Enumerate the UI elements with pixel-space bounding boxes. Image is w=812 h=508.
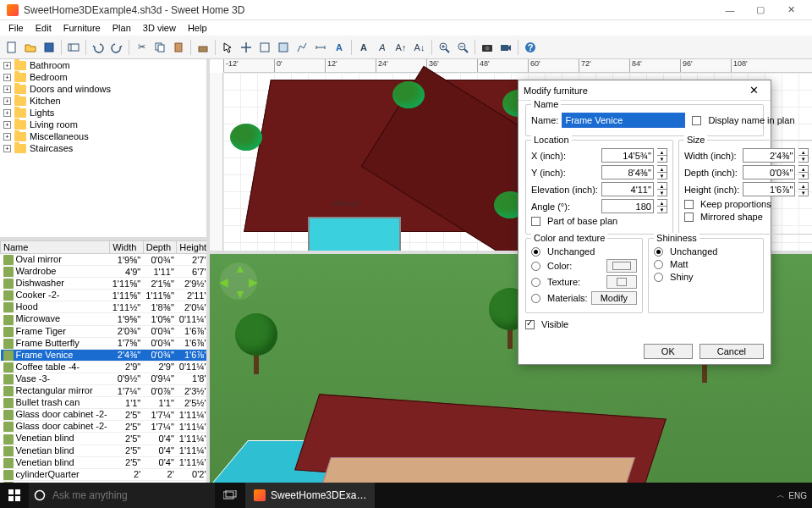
taskbar-app-sweethome[interactable]: SweetHome3DExa… xyxy=(245,483,375,508)
tray-lang[interactable]: ENG xyxy=(788,491,807,500)
furniture-table[interactable]: NameWidthDepthHeightVisible Oval mirror1… xyxy=(0,237,206,483)
table-row[interactable]: Oval mirror1'9⅝"0'0¾"2'7" xyxy=(1,254,207,266)
paste-icon[interactable] xyxy=(170,39,187,56)
texture-swatch-button[interactable] xyxy=(606,275,637,289)
display-name-checkbox[interactable] xyxy=(692,116,701,125)
video-icon[interactable] xyxy=(497,39,514,56)
x-field[interactable] xyxy=(601,148,654,163)
keep-proportions-checkbox[interactable] xyxy=(684,200,694,209)
table-header[interactable]: Name xyxy=(1,241,110,254)
materials-radio[interactable] xyxy=(531,294,540,303)
system-tray[interactable]: ︿ ENG xyxy=(776,489,812,501)
taskbar-search-input[interactable] xyxy=(52,489,179,501)
polyline-icon[interactable] xyxy=(294,39,310,56)
expand-icon[interactable]: + xyxy=(3,86,11,93)
table-row[interactable]: Frame Butterfly1'7⅝"0'0¾"1'6⅞" xyxy=(1,337,207,349)
catalog-item[interactable]: +Bedroom xyxy=(0,71,206,83)
expand-icon[interactable]: + xyxy=(3,109,11,117)
height-field[interactable] xyxy=(743,182,795,196)
dialog-close-icon[interactable]: ✕ xyxy=(742,84,765,97)
add-furniture-icon[interactable] xyxy=(195,39,211,56)
help-icon[interactable]: ? xyxy=(522,39,539,56)
dialog-titlebar[interactable]: Modify furniture ✕ xyxy=(518,80,771,101)
angle-spinner[interactable]: ▲▼ xyxy=(657,199,667,213)
taskbar-search[interactable] xyxy=(29,483,215,508)
dimension-icon[interactable] xyxy=(312,39,329,56)
shin-unchanged-radio[interactable] xyxy=(654,247,663,257)
angle-field[interactable] xyxy=(601,199,654,213)
compass-icon[interactable]: ▲ ▼ ◀ ▶ xyxy=(220,262,257,300)
menu-furniture[interactable]: Furniture xyxy=(58,22,106,34)
table-row[interactable]: Glass door cabinet -2-2'5"1'7¼"1'11¼" xyxy=(1,421,207,433)
table-row[interactable]: Venetian blind2'5"0'4"1'11¼" xyxy=(1,444,207,456)
depth-field[interactable] xyxy=(743,165,795,179)
table-row[interactable]: Wardrobe4'9"1'11"6'7" xyxy=(1,266,207,278)
mirrored-checkbox[interactable] xyxy=(684,213,694,222)
cancel-button[interactable]: Cancel xyxy=(700,344,764,359)
table-row[interactable]: Glass door cabinet -2-2'5"1'7¼"1'11¼" xyxy=(1,409,207,421)
expand-icon[interactable]: + xyxy=(3,62,11,69)
furniture-catalog[interactable]: +Bathroom+Bedroom+Doors and windows+Kitc… xyxy=(0,59,206,237)
elevation-spinner[interactable]: ▲▼ xyxy=(657,182,667,196)
room-icon[interactable] xyxy=(275,39,292,56)
table-row[interactable]: Rectangular mirror1'7¼"0'0⅞"2'3½" xyxy=(1,385,207,397)
zoom-in-icon[interactable] xyxy=(436,39,453,56)
shin-shiny-radio[interactable] xyxy=(654,273,663,282)
text-italic-icon[interactable]: A xyxy=(374,39,391,56)
height-spinner[interactable]: ▲▼ xyxy=(798,182,809,196)
visible-checkbox[interactable] xyxy=(525,320,535,329)
table-header[interactable]: Height xyxy=(177,241,206,254)
text-increase-icon[interactable]: A↑ xyxy=(392,39,409,56)
expand-icon[interactable]: + xyxy=(3,121,11,129)
tray-chevron-icon[interactable]: ︿ xyxy=(776,489,785,501)
save-icon[interactable] xyxy=(41,39,58,56)
maximize-button[interactable]: ▢ xyxy=(746,1,775,19)
zoom-out-icon[interactable] xyxy=(454,39,471,56)
new-icon[interactable] xyxy=(3,39,20,56)
table-row[interactable]: Vase -3-0'9½"0'9¼"1'8" xyxy=(1,373,207,384)
menu-3dview[interactable]: 3D view xyxy=(138,22,181,34)
catalog-item[interactable]: +Kitchen xyxy=(0,95,206,107)
expand-icon[interactable]: + xyxy=(3,97,11,105)
catalog-item[interactable]: +Bathroom xyxy=(0,59,206,71)
table-row[interactable]: Venetian blind2'5"0'4"1'11¼" xyxy=(1,456,207,468)
open-icon[interactable] xyxy=(22,39,39,56)
expand-icon[interactable]: + xyxy=(3,145,11,152)
materials-modify-button[interactable]: Modify xyxy=(591,291,637,305)
x-spinner[interactable]: ▲▼ xyxy=(657,148,667,163)
table-row[interactable]: cylinderQuarter2'2'0'2" xyxy=(1,468,207,480)
shin-matt-radio[interactable] xyxy=(654,260,663,269)
minimize-button[interactable]: — xyxy=(716,1,744,19)
catalog-item[interactable]: +Living room xyxy=(0,119,206,130)
color-unchanged-radio[interactable] xyxy=(531,247,540,257)
y-field[interactable] xyxy=(601,165,654,179)
table-row[interactable]: Cooker -2-1'11⅝"1'11⅝"2'11" xyxy=(1,290,207,301)
table-row[interactable]: Coffee table -4-2'9"2'9"0'11¼" xyxy=(1,361,207,373)
text-decrease-icon[interactable]: A↓ xyxy=(411,39,428,56)
text-bold-icon[interactable]: A xyxy=(355,39,372,56)
catalog-item[interactable]: +Staircases xyxy=(0,142,206,154)
menu-file[interactable]: File xyxy=(3,22,29,34)
y-spinner[interactable]: ▲▼ xyxy=(657,165,667,179)
catalog-item[interactable]: +Lights xyxy=(0,107,206,119)
catalog-item[interactable]: +Doors and windows xyxy=(0,83,206,95)
select-icon[interactable] xyxy=(219,39,236,56)
close-button[interactable]: ✕ xyxy=(776,1,805,19)
texture-radio[interactable] xyxy=(531,278,540,287)
wall-icon[interactable] xyxy=(256,39,273,56)
table-row[interactable]: Dishwasher1'11⅝"2'1⅝"2'9½" xyxy=(1,278,207,290)
table-header[interactable]: Width xyxy=(110,241,144,254)
width-field[interactable] xyxy=(743,148,795,163)
cut-icon[interactable]: ✂ xyxy=(133,39,150,56)
pan-icon[interactable] xyxy=(238,39,255,56)
text-icon[interactable]: A xyxy=(331,39,348,56)
menu-help[interactable]: Help xyxy=(183,22,212,34)
catalog-item[interactable]: +Miscellaneous xyxy=(0,130,206,142)
name-field[interactable] xyxy=(562,113,685,128)
table-header[interactable]: Depth xyxy=(143,241,177,254)
color-radio[interactable] xyxy=(531,262,540,271)
start-button[interactable] xyxy=(0,483,29,508)
ok-button[interactable]: OK xyxy=(644,344,693,359)
depth-spinner[interactable]: ▲▼ xyxy=(798,165,809,179)
undo-icon[interactable] xyxy=(90,39,107,56)
